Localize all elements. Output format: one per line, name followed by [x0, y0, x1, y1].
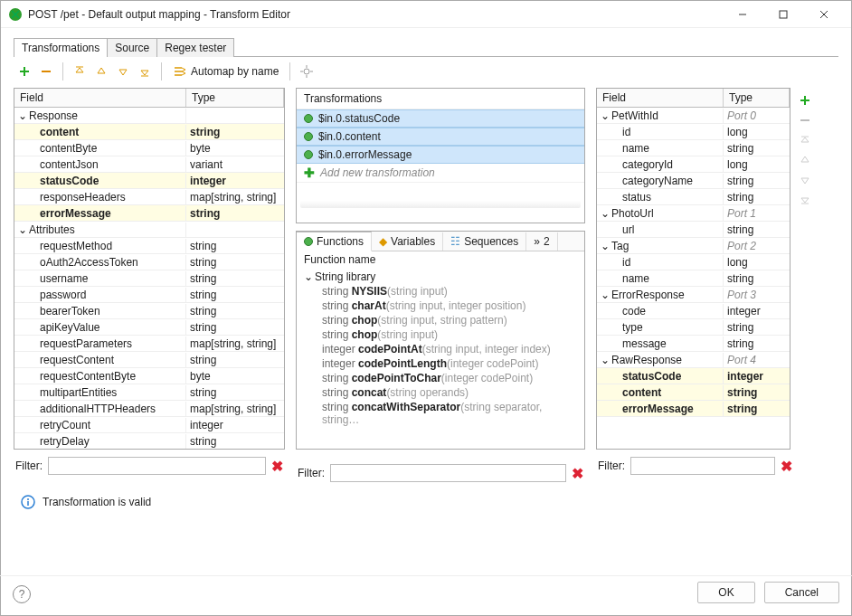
field-row[interactable]: contentBytebyte [14, 140, 284, 156]
field-row[interactable]: bearerTokenstring [14, 303, 284, 319]
field-row[interactable]: requestContentBytebyte [14, 368, 284, 384]
move-down-icon[interactable] [114, 62, 132, 81]
cancel-button[interactable]: Cancel [764, 582, 839, 603]
tab-regex-tester[interactable]: Regex tester [156, 38, 234, 57]
tree-group[interactable]: ⌄ErrorResponsePort 3 [597, 287, 790, 303]
transformation-row[interactable]: $in.0.statusCode [297, 109, 584, 128]
automap-icon [173, 65, 187, 78]
function-item[interactable]: string NYSIIS(string input) [297, 284, 584, 299]
field-row[interactable]: responseHeadersmap[string, string] [14, 189, 284, 205]
minimize-button[interactable] [722, 2, 762, 27]
move-bottom-icon[interactable] [136, 62, 154, 81]
field-row[interactable]: statusstring [597, 189, 790, 205]
field-row[interactable]: namestring [597, 270, 790, 287]
function-item[interactable]: integer codePointAt(string input, intege… [297, 342, 584, 356]
clear-icon[interactable]: ✖ [781, 458, 792, 475]
field-row[interactable]: apiKeyValuestring [14, 319, 284, 336]
left-tree[interactable]: ⌄ResponsecontentstringcontentBytebytecon… [14, 108, 284, 450]
field-row[interactable]: messagestring [597, 336, 790, 352]
function-item[interactable]: string charAt(string input, integer posi… [297, 299, 584, 313]
field-row[interactable]: categoryNamestring [597, 173, 790, 189]
clear-icon[interactable]: ✖ [572, 465, 583, 482]
titlebar: POST /pet - Default output mapping - Tra… [1, 1, 851, 28]
col-field[interactable]: Field [597, 89, 724, 107]
tree-group[interactable]: ⌄TagPort 2 [597, 238, 790, 254]
field-row[interactable]: errorMessagestring [14, 205, 284, 222]
field-row[interactable]: multipartEntitiesstring [14, 384, 284, 401]
field-row[interactable]: typestring [597, 319, 790, 336]
right-filter-input[interactable] [630, 457, 775, 475]
add-transformation-label: Add new transformation [320, 166, 435, 179]
close-button[interactable] [803, 2, 844, 27]
field-row[interactable]: namestring [597, 140, 790, 156]
col-field[interactable]: Field [14, 89, 186, 107]
tree-group[interactable]: ⌄PhotoUrlPort 1 [597, 205, 790, 222]
field-row[interactable]: retryCountinteger [14, 417, 284, 433]
field-row[interactable]: idlong [597, 124, 790, 140]
output-fields-panel: Field Type ⌄PetWithIdPort 0idlongnamestr… [596, 88, 790, 482]
toolbar: Automap by name [14, 57, 838, 88]
move-up-icon[interactable] [92, 62, 110, 81]
tree-group[interactable]: ⌄Attributes [14, 222, 284, 238]
remove-icon[interactable] [796, 111, 814, 129]
field-row[interactable]: passwordstring [14, 287, 284, 303]
tab-source[interactable]: Source [107, 38, 157, 57]
tree-group[interactable]: ⌄Response [14, 108, 284, 124]
function-item[interactable]: string concatWithSeparator(string separa… [297, 400, 584, 427]
function-item[interactable]: integer codePointLength(integer codePoin… [297, 356, 584, 371]
move-top-icon[interactable] [71, 62, 89, 81]
subtab-sequences[interactable]: ☷Sequences [443, 232, 526, 251]
col-type[interactable]: Type [724, 89, 790, 107]
mid-filter-input[interactable] [330, 464, 566, 482]
add-icon[interactable] [796, 91, 814, 109]
tree-group[interactable]: ⌄RawResponsePort 4 [597, 352, 790, 368]
add-transformation[interactable]: ✚ Add new transformation [297, 164, 584, 183]
move-up-icon[interactable] [796, 151, 814, 169]
maximize-button[interactable] [762, 2, 803, 27]
automap-button[interactable]: Automap by name [169, 65, 282, 78]
function-item[interactable]: string chop(string input) [297, 327, 584, 342]
transformation-row[interactable]: $in.0.content [297, 128, 584, 146]
field-row[interactable]: additionalHTTPHeadersmap[string, string] [14, 401, 284, 417]
field-row[interactable]: requestContentstring [14, 352, 284, 368]
field-row[interactable]: statusCodeinteger [597, 368, 790, 384]
field-row[interactable]: requestParametersmap[string, string] [14, 336, 284, 352]
right-tree[interactable]: ⌄PetWithIdPort 0idlongnamestringcategory… [597, 108, 790, 417]
field-row[interactable]: contentstring [597, 384, 790, 401]
field-row[interactable]: contentJsonvariant [14, 156, 284, 173]
function-item[interactable]: string chop(string input, string pattern… [297, 313, 584, 327]
field-row[interactable]: contentstring [14, 124, 284, 140]
subtab-more[interactable]: »2 [526, 232, 557, 251]
ok-button[interactable]: OK [697, 582, 754, 603]
add-icon[interactable] [15, 62, 33, 81]
left-filter-input[interactable] [48, 457, 266, 475]
transformations-panel: Transformations $in.0.statusCode$in.0.co… [296, 88, 585, 223]
field-row[interactable]: requestMethodstring [14, 238, 284, 254]
function-item[interactable]: string concat(string operands) [297, 385, 584, 400]
function-item[interactable]: string codePointToChar(integer codePoint… [297, 371, 584, 385]
field-row[interactable]: retryDelaystring [14, 433, 284, 450]
field-row[interactable]: usernamestring [14, 270, 284, 287]
move-bottom-icon[interactable] [796, 191, 814, 209]
gear-icon[interactable] [298, 62, 316, 81]
field-row[interactable]: codeinteger [597, 303, 790, 319]
field-row[interactable]: urlstring [597, 222, 790, 238]
fn-group[interactable]: String library [315, 270, 375, 283]
move-top-icon[interactable] [796, 131, 814, 149]
move-down-icon[interactable] [796, 171, 814, 189]
function-list[interactable]: ⌄String library string NYSIIS(string inp… [297, 268, 584, 449]
subtab-variables[interactable]: ◆Variables [372, 232, 443, 251]
remove-icon[interactable] [37, 62, 55, 81]
tab-transformations[interactable]: Transformations [14, 38, 108, 57]
field-row[interactable]: statusCodeinteger [14, 173, 284, 189]
tree-group[interactable]: ⌄PetWithIdPort 0 [597, 108, 790, 124]
col-type[interactable]: Type [186, 89, 284, 107]
field-row[interactable]: oAuth2AccessTokenstring [14, 254, 284, 270]
clear-icon[interactable]: ✖ [271, 458, 283, 475]
field-row[interactable]: errorMessagestring [597, 401, 790, 417]
subtab-functions[interactable]: Functions [297, 232, 372, 251]
field-row[interactable]: categoryIdlong [597, 156, 790, 173]
field-row[interactable]: idlong [597, 254, 790, 270]
dot-icon [304, 150, 313, 159]
transformation-row[interactable]: $in.0.errorMessage [297, 146, 584, 164]
